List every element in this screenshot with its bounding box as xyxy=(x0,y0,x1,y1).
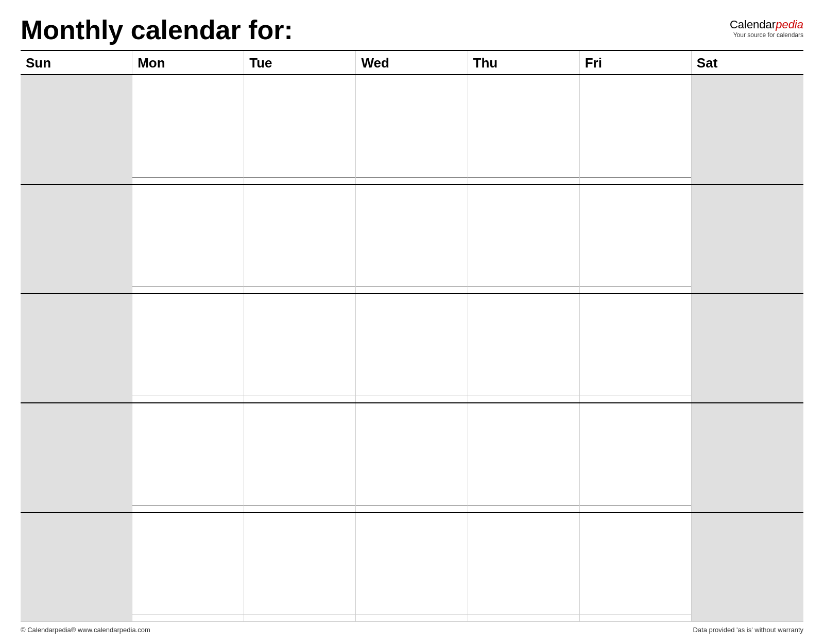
page-title: Monthly calendar for: xyxy=(21,15,293,45)
brand-tagline: Your source for calendars xyxy=(733,31,803,39)
cell-row5-mon[interactable] xyxy=(132,513,244,621)
cell-row5-sat[interactable] xyxy=(692,513,803,621)
page: Monthly calendar for: Calendarpedia Your… xyxy=(0,0,824,644)
day-header-sun: Sun xyxy=(21,51,132,74)
brand-name: Calendarpedia xyxy=(730,18,803,31)
cell-row5-tue[interactable] xyxy=(244,513,356,621)
cell-row3-thu[interactable] xyxy=(468,294,580,402)
cell-row1-sun[interactable] xyxy=(21,75,132,183)
calendar-row-3 xyxy=(21,294,803,403)
cell-row1-fri[interactable] xyxy=(580,75,692,183)
cell-row2-tue[interactable] xyxy=(244,185,356,293)
cell-row3-tue[interactable] xyxy=(244,294,356,402)
cell-row4-thu[interactable] xyxy=(468,403,580,512)
calendar-row-2 xyxy=(21,185,803,294)
cell-row5-wed[interactable] xyxy=(356,513,468,621)
day-header-sat: Sat xyxy=(692,51,803,74)
cell-row1-tue[interactable] xyxy=(244,75,356,183)
brand-logo: Calendarpedia Your source for calendars xyxy=(730,18,803,39)
cell-row2-wed[interactable] xyxy=(356,185,468,293)
cell-row3-wed[interactable] xyxy=(356,294,468,402)
footer-disclaimer: Data provided 'as is' without warranty xyxy=(693,626,803,634)
brand-name-part1: Calendar xyxy=(730,18,776,31)
cell-row1-mon[interactable] xyxy=(132,75,244,183)
cell-row3-sat[interactable] xyxy=(692,294,803,402)
calendar-row-5 xyxy=(21,513,803,621)
cell-row2-thu[interactable] xyxy=(468,185,580,293)
cell-row3-sun[interactable] xyxy=(21,294,132,402)
cell-row2-sat[interactable] xyxy=(692,185,803,293)
day-header-mon: Mon xyxy=(132,51,244,74)
cell-row4-fri[interactable] xyxy=(580,403,692,512)
brand-name-part2: pedia xyxy=(776,18,803,31)
cell-row5-thu[interactable] xyxy=(468,513,580,621)
cell-row4-sun[interactable] xyxy=(21,403,132,512)
cell-row3-mon[interactable] xyxy=(132,294,244,402)
calendar-rows xyxy=(21,75,803,621)
day-header-tue: Tue xyxy=(244,51,356,74)
cell-row4-wed[interactable] xyxy=(356,403,468,512)
cell-row4-sat[interactable] xyxy=(692,403,803,512)
footer: © Calendarpedia® www.calendarpedia.com D… xyxy=(21,621,803,634)
day-header-wed: Wed xyxy=(356,51,468,74)
calendar-row-4 xyxy=(21,403,803,513)
cell-row5-sun[interactable] xyxy=(21,513,132,621)
cell-row4-mon[interactable] xyxy=(132,403,244,512)
cell-row1-sat[interactable] xyxy=(692,75,803,183)
cell-row1-wed[interactable] xyxy=(356,75,468,183)
cell-row2-mon[interactable] xyxy=(132,185,244,293)
header: Monthly calendar for: Calendarpedia Your… xyxy=(21,15,803,45)
cell-row4-tue[interactable] xyxy=(244,403,356,512)
cell-row3-fri[interactable] xyxy=(580,294,692,402)
footer-copyright: © Calendarpedia® www.calendarpedia.com xyxy=(21,626,150,634)
day-header-thu: Thu xyxy=(468,51,580,74)
day-headers: Sun Mon Tue Wed Thu Fri Sat xyxy=(21,51,803,75)
calendar-grid: Sun Mon Tue Wed Thu Fri Sat xyxy=(21,50,803,621)
day-header-fri: Fri xyxy=(580,51,692,74)
calendar-row-1 xyxy=(21,75,803,184)
cell-row2-fri[interactable] xyxy=(580,185,692,293)
cell-row2-sun[interactable] xyxy=(21,185,132,293)
cell-row1-thu[interactable] xyxy=(468,75,580,183)
cell-row5-fri[interactable] xyxy=(580,513,692,621)
